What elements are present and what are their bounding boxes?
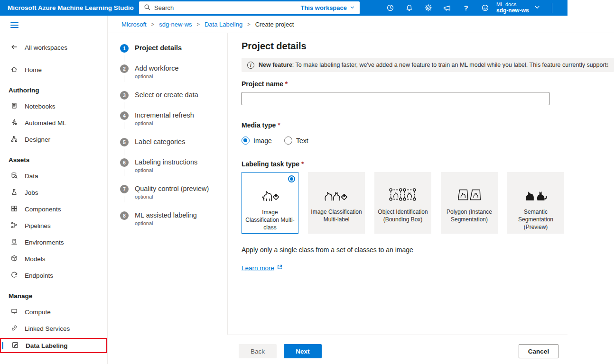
breadcrumb-separator: >: [151, 21, 154, 27]
sidebar-item-jobs[interactable]: Jobs: [0, 184, 107, 201]
environments-icon: [10, 238, 18, 247]
breadcrumb: Microsoft > sdg-new-ws > Data Labeling >…: [108, 16, 614, 33]
dog-with-tag-icon: [259, 183, 281, 208]
info-icon: i: [247, 62, 254, 69]
card-label: Image Classification Multi-class: [242, 208, 298, 232]
sidebar-item-data[interactable]: Data: [0, 168, 107, 184]
media-type-label: Media type *: [242, 121, 614, 129]
sidebar-item-components[interactable]: Components: [0, 201, 107, 218]
notifications-bell-icon[interactable]: [400, 0, 419, 16]
media-type-radio-group: Image Text: [242, 136, 614, 145]
card-label: Object Identification (Bounding Box): [374, 207, 431, 223]
designer-icon: [10, 135, 18, 144]
sidebar-item-endpoints[interactable]: Endpoints: [0, 267, 107, 284]
search-box[interactable]: Search This workspace: [139, 1, 360, 14]
chevron-down-icon: [350, 4, 355, 11]
breadcrumb-current-page: Create project: [255, 21, 294, 28]
hamburger-menu-icon[interactable]: [0, 20, 107, 33]
top-app-bar: Microsoft Azure Machine Learning Studio …: [0, 0, 567, 16]
arrow-left-icon: [10, 43, 18, 52]
active-item-indicator: [2, 342, 3, 349]
smiley-feedback-icon[interactable]: [475, 0, 494, 16]
all-workspaces-back-link[interactable]: All workspaces: [0, 39, 107, 56]
banner-text: : To make labeling faster, we've added a…: [292, 62, 608, 68]
media-type-text-radio[interactable]: Text: [284, 136, 308, 145]
media-type-image-radio[interactable]: Image: [242, 136, 272, 145]
sidebar-item-models[interactable]: Models: [0, 251, 107, 267]
notebook-icon: [10, 102, 18, 111]
wizard-step-label-categories[interactable]: 5 Label categories: [120, 137, 227, 158]
back-button[interactable]: Back: [239, 344, 277, 358]
components-icon: [10, 205, 18, 214]
next-button[interactable]: Next: [284, 344, 322, 358]
card-label: Polygon (Instance Segmentation): [441, 207, 498, 223]
settings-gear-icon[interactable]: [419, 0, 437, 16]
sidebar-item-linked-services[interactable]: Linked Services: [0, 320, 107, 337]
help-icon[interactable]: ?: [456, 0, 475, 16]
workspace-selector[interactable]: ML-docs sdg-new-ws: [496, 0, 540, 16]
banner-bold-text: New feature: [259, 62, 292, 68]
monitor-icon: [10, 308, 18, 317]
data-icon: [10, 172, 18, 181]
wizard-step-incremental-refresh[interactable]: 4 Incremental refresh optional: [120, 111, 227, 137]
wizard-step-select-data[interactable]: 3 Select or create data: [120, 91, 227, 111]
sidebar-item-environments[interactable]: Environments: [0, 234, 107, 251]
pipelines-icon: [10, 221, 18, 230]
bounding-boxes-icon: [389, 182, 417, 207]
radio-unselected-icon: [284, 136, 292, 145]
labeling-task-type-label: Labeling task type *: [242, 160, 614, 168]
radio-selected-icon: [242, 136, 250, 145]
breadcrumb-separator: >: [247, 21, 250, 27]
card-radio-selected-icon: [288, 175, 295, 182]
sidebar-section-assets: Assets: [0, 152, 107, 168]
breadcrumb-link-microsoft[interactable]: Microsoft: [121, 21, 147, 28]
card-label: Semantic Segmentation (Preview): [507, 207, 564, 231]
sidebar-item-home[interactable]: Home: [0, 62, 107, 78]
feedback-megaphone-icon[interactable]: [437, 0, 456, 16]
card-image-classification-multiclass[interactable]: Image Classification Multi-class: [242, 172, 298, 234]
two-animals-with-tag-icon: [323, 182, 350, 207]
wizard-step-ml-assisted-labeling[interactable]: 8 ML assisted labeling optional: [120, 211, 227, 237]
card-polygon-instance-segmentation[interactable]: Polygon (Instance Segmentation): [441, 172, 498, 234]
data-labeling-edit-icon: [11, 341, 19, 350]
sidebar-item-notebooks[interactable]: Notebooks: [0, 98, 107, 115]
main-content: Project details i New feature: To make l…: [228, 33, 614, 335]
sidebar-item-designer[interactable]: Designer: [0, 131, 107, 148]
flask-icon: [10, 188, 18, 197]
sidebar-item-automated-ml[interactable]: Automated ML: [0, 115, 107, 131]
wizard-step-labeling-instructions[interactable]: 6 Labeling instructions optional: [120, 158, 227, 184]
home-icon: [10, 65, 18, 74]
card-image-classification-multilabel[interactable]: Image Classification Multi-label: [308, 172, 365, 234]
project-name-input[interactable]: [242, 92, 549, 105]
breadcrumb-link-workspace[interactable]: sdg-new-ws: [159, 21, 192, 28]
footer-divider: [228, 335, 567, 335]
breadcrumb-link-data-labeling[interactable]: Data Labeling: [205, 21, 242, 28]
history-clock-icon[interactable]: [381, 0, 400, 16]
wizard-step-project-details[interactable]: 1 Project details: [120, 44, 227, 64]
card-semantic-segmentation-preview[interactable]: Semantic Segmentation (Preview): [507, 172, 564, 234]
card-object-identification-bounding-box[interactable]: Object Identification (Bounding Box): [374, 172, 431, 234]
cancel-button[interactable]: Cancel: [519, 344, 558, 358]
automated-ml-icon: [10, 118, 18, 127]
workspace-name: sdg-new-ws: [496, 8, 529, 14]
cube-icon: [10, 255, 18, 264]
app-title: Microsoft Azure Machine Learning Studio: [0, 4, 134, 11]
search-input[interactable]: Search: [154, 4, 297, 11]
search-icon: [144, 4, 150, 12]
breadcrumb-separator: >: [197, 21, 200, 27]
task-type-card-group: Image Classification Multi-class Image C…: [242, 172, 614, 234]
sidebar-item-pipelines[interactable]: Pipelines: [0, 218, 107, 234]
learn-more-link[interactable]: Learn more: [242, 264, 283, 272]
sidebar-item-data-labeling[interactable]: Data Labeling: [0, 338, 107, 353]
wizard-step-quality-control[interactable]: 7 Quality control (preview) optional: [120, 184, 227, 211]
project-name-label: Project name *: [242, 80, 614, 88]
sidebar-item-compute[interactable]: Compute: [0, 304, 107, 320]
sidebar-section-manage: Manage: [0, 288, 107, 304]
wizard-step-add-workforce[interactable]: 2 Add workforce optional: [120, 64, 227, 91]
wizard-steps-panel: 1 Project details 2 Add workforce option…: [108, 33, 228, 335]
search-scope-dropdown[interactable]: This workspace: [300, 4, 355, 11]
filled-animal-silhouettes-icon: [523, 182, 548, 207]
left-nav-sidebar: All workspaces Home Authoring Notebooks …: [0, 16, 108, 364]
card-label: Image Classification Multi-label: [308, 207, 365, 223]
topbar-divider: [552, 3, 552, 13]
